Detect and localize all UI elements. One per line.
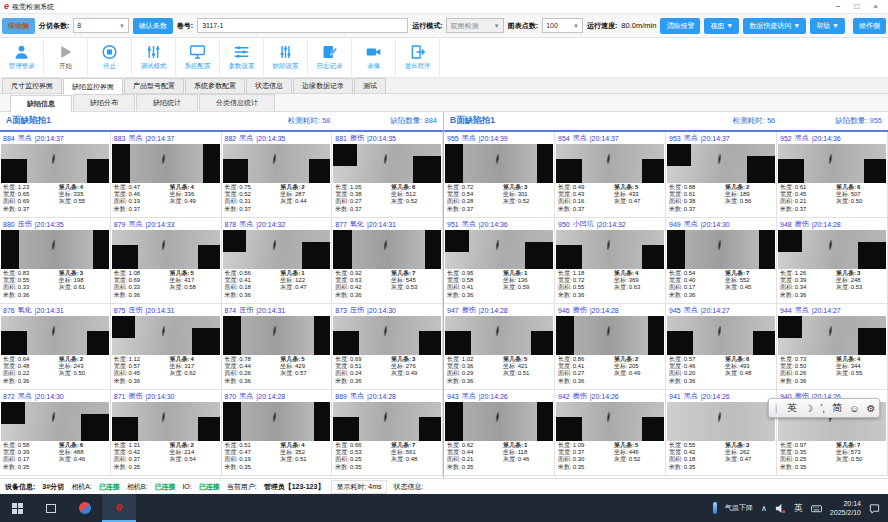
defect-length: 1.08	[128, 270, 140, 276]
defect-cell[interactable]: 870 黑点 |20:14:28 长度:0.51 第几条:4 宽度:0.47 坐…	[222, 390, 333, 476]
defect-settings-button[interactable]: 缺陷设置	[264, 38, 308, 77]
defect-meter: 0.36	[462, 292, 474, 298]
notification-center-icon[interactable]	[869, 503, 880, 514]
tab-product-model-config[interactable]: 产品型号配置	[124, 78, 184, 93]
defect-time: |20:14:37	[590, 135, 619, 142]
defect-gray: 0.47	[629, 198, 641, 204]
subtab-class-info-statistics[interactable]: 分类信息统计	[199, 94, 275, 111]
subtab-defect-distribution[interactable]: 缺陷分布	[73, 94, 135, 111]
defect-cell[interactable]: 875 压伤 |20:14:31 长度:1.12 第几条:4 宽度:0.57 坐…	[111, 304, 222, 390]
ime-emoji-button[interactable]: ☺	[849, 403, 859, 414]
defect-cell[interactable]: 943 黑点 |20:14:26 长度:0.62 第几条:1 宽度:0.44 坐…	[444, 390, 555, 476]
camera-b-label: 相机B:	[127, 482, 148, 492]
defect-cell[interactable]: 941 黑点 |20:14:26 长度:0.55 第几条:3 宽度:0.42 坐…	[666, 390, 777, 476]
operator-side-button[interactable]: 操作侧	[853, 18, 886, 34]
taskbar-app-inspection[interactable]: e	[102, 494, 136, 522]
roll-number-input[interactable]: 3117-1	[197, 18, 408, 33]
defect-length: 1.18	[573, 270, 585, 276]
defect-cell[interactable]: 879 黑点 |20:14:33 长度:1.08 第几条:5 宽度:0.69 坐…	[111, 218, 222, 304]
defect-cell[interactable]: 874 压伤 |20:14:31 长度:0.78 第几条:5 宽度:0.44 坐…	[222, 304, 333, 390]
defect-image	[445, 402, 553, 441]
slit-count-select[interactable]: 8▼	[73, 18, 129, 33]
panel-side-a: A面缺陷拍1 检测耗时: 58 缺陷数量: 884 884 黑点 |20:14:…	[0, 112, 444, 478]
tab-defect-monitor[interactable]: 缺陷监控界面	[63, 78, 123, 94]
defect-cell[interactable]: 869 黑点 |20:14:28 长度:0.66 第几条:7 宽度:0.53 坐…	[332, 390, 443, 476]
defect-cell[interactable]: 950 小凹坑 |20:14:32 长度:1.18 第几条:4 宽度:0.72 …	[555, 218, 666, 304]
exit-program-button[interactable]: 退出程序	[396, 38, 440, 77]
keyboard-icon[interactable]	[811, 503, 822, 514]
admin-login-button[interactable]: 管理登录	[0, 38, 44, 77]
speed-value: 80.0m/min	[621, 21, 656, 30]
ime-punctuation-toggle[interactable]: ’,	[820, 403, 825, 414]
defect-cell[interactable]: 953 黑点 |20:14:37 长度:0.88 第几条:2 宽度:0.61 坐…	[666, 132, 777, 218]
stop-button[interactable]: 停止	[88, 38, 132, 77]
tab-system-param-config[interactable]: 系统参数配置	[185, 78, 245, 93]
defect-cell[interactable]: 955 黑点 |20:14:39 长度:0.72 第几条:3 宽度:0.54 坐…	[444, 132, 555, 218]
confirm-count-button[interactable]: 确认条数	[133, 18, 173, 34]
defect-cell[interactable]: 954 黑点 |20:14:37 长度:0.49 第几条:5 宽度:0.43 坐…	[555, 132, 666, 218]
start-button[interactable]	[0, 494, 34, 522]
view-menu-button[interactable]: 视图 ▼	[704, 18, 739, 34]
subtab-defect-info[interactable]: 缺陷信息	[10, 95, 72, 112]
defect-cell[interactable]: 872 黑点 |20:14:30 长度:0.58 第几条:6 宽度:0.39 坐…	[0, 390, 111, 476]
defect-cell[interactable]: 878 黑点 |20:14:32 长度:0.56 第几条:1 宽度:0.41 坐…	[222, 218, 333, 304]
taskbar-clock[interactable]: 20:14 2025/2/10	[830, 499, 861, 517]
taskbar-app-browser[interactable]	[68, 494, 102, 522]
ime-simplified-toggle[interactable]: 简	[832, 401, 842, 415]
ime-moon-icon[interactable]: ☽	[804, 403, 813, 414]
video-record-button[interactable]: 录像	[352, 38, 396, 77]
defect-cell[interactable]: 873 压伤 |20:14:30 长度:0.69 第几条:3 宽度:0.51 坐…	[332, 304, 443, 390]
help-menu-button[interactable]: 帮助 ▼	[810, 18, 845, 34]
close-button[interactable]: ×	[873, 2, 878, 12]
defect-width: 0.54	[462, 191, 474, 197]
debug-mode-button[interactable]: 调试模式	[132, 38, 176, 77]
defect-mark	[162, 326, 167, 336]
maximize-button[interactable]: □	[854, 2, 859, 12]
ime-toolbar[interactable]: ❘ 英 ☽ ’, 简 ☺ ⚙	[768, 398, 880, 418]
tab-size-monitor[interactable]: 尺寸监控界面	[2, 78, 62, 93]
ime-settings-gear-icon[interactable]: ⚙	[866, 403, 875, 414]
tab-test[interactable]: 测试	[354, 78, 386, 93]
weather-text[interactable]: 气温下降	[725, 503, 753, 513]
defect-cell[interactable]: 883 黑点 |20:14:37 长度:0.47 第几条:4 宽度:0.46 坐…	[111, 132, 222, 218]
log-record-button[interactable]: 日志记录	[308, 38, 352, 77]
defect-meta: 长度:0.69 第几条:3 宽度:0.51 坐标:276 面积:0.24 灰度:…	[332, 355, 442, 389]
defect-cell[interactable]: 947 擦伤 |20:14:28 长度:1.02 第几条:5 宽度:0.36 坐…	[444, 304, 555, 390]
start-button[interactable]: 开始	[44, 38, 88, 77]
system-config-button[interactable]: 系统配置	[176, 38, 220, 77]
ime-english-toggle[interactable]: 英	[787, 401, 797, 415]
defect-strip-no: 4	[191, 184, 194, 190]
data-quick-access-button[interactable]: 数据快捷访问 ▼	[743, 18, 806, 34]
tab-status-info[interactable]: 状态信息	[246, 78, 292, 93]
defect-cell[interactable]: 952 黑点 |20:14:36 长度:0.61 第几条:6 宽度:0.45 坐…	[777, 132, 888, 218]
speaker-icon[interactable]	[775, 503, 786, 514]
defect-meta: 长度:0.47 第几条:4 宽度:0.46 坐标:336 面积:0.19 灰度:…	[111, 183, 221, 217]
ime-drag-handle[interactable]: ❘	[773, 403, 781, 413]
defect-cell[interactable]: 951 黑点 |20:14:36 长度:0.95 第几条:1 宽度:0.58 坐…	[444, 218, 555, 304]
defect-cell[interactable]: 876 氧化 |20:14:31 长度:0.64 第几条:2 宽度:0.48 坐…	[0, 304, 111, 390]
defect-meter: 0.37	[462, 206, 474, 212]
ime-language-indicator[interactable]: 英	[794, 502, 803, 515]
defect-cell[interactable]: 942 擦伤 |20:14:26 长度:1.09 第几条:5 宽度:0.37 坐…	[555, 390, 666, 476]
tray-expand-chevron[interactable]: ∧	[761, 504, 767, 513]
defect-cell[interactable]: 871 擦伤 |20:14:30 长度:1.31 第几条:2 宽度:0.42 坐…	[111, 390, 222, 476]
defect-cell[interactable]: 882 黑点 |20:14:35 长度:0.75 第几条:2 宽度:0.52 坐…	[222, 132, 333, 218]
chart-points-select[interactable]: 100▼	[542, 18, 583, 33]
subtab-defect-statistics[interactable]: 缺陷统计	[136, 94, 198, 111]
defect-cell[interactable]: 877 氧化 |20:14:31 长度:0.92 第几条:7 宽度:0.63 坐…	[332, 218, 443, 304]
defect-cell[interactable]: 945 黑点 |20:14:27 长度:0.57 第几条:6 宽度:0.46 坐…	[666, 304, 777, 390]
run-mode-select[interactable]: 双面检测▼	[446, 18, 503, 33]
defect-cell[interactable]: 884 黑点 |20:14:37 长度:1.23 第几条:4 宽度:0.65 坐…	[0, 132, 111, 218]
parameter-settings-button[interactable]: 参数设置	[220, 38, 264, 77]
drive-side-button[interactable]: 传动侧	[2, 18, 35, 34]
minimize-button[interactable]: −	[836, 2, 841, 12]
defect-cell[interactable]: 944 黑点 |20:14:27 长度:0.73 第几条:4 宽度:0.50 坐…	[777, 304, 888, 390]
clear-alarm-button[interactable]: 清除报警	[660, 18, 700, 34]
task-view-button[interactable]	[34, 494, 68, 522]
defect-cell[interactable]: 880 压伤 |20:14:35 长度:0.83 第几条:3 宽度:0.55 坐…	[0, 218, 111, 304]
defect-cell[interactable]: 949 黑点 |20:14:30 长度:0.54 第几条:7 宽度:0.40 坐…	[666, 218, 777, 304]
tab-edge-data-record[interactable]: 边缘数据记录	[293, 78, 353, 93]
defect-cell[interactable]: 946 擦伤 |20:14:28 长度:0.86 第几条:2 宽度:0.41 坐…	[555, 304, 666, 390]
defect-cell[interactable]: 948 擦伤 |20:14:28 长度:1.26 第几条:3 宽度:0.39 坐…	[777, 218, 888, 304]
defect-cell[interactable]: 881 擦伤 |20:14:35 长度:1.05 第几条:6 宽度:0.38 坐…	[332, 132, 443, 218]
